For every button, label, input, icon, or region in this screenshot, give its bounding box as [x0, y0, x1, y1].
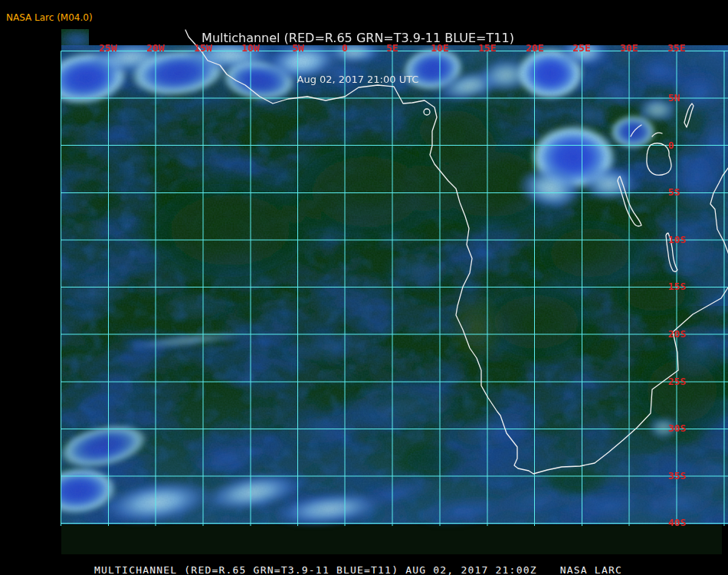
- lon-tick-label: 5E: [375, 43, 409, 53]
- lat-tick-label: 0: [668, 140, 694, 150]
- lon-tick-label: 0: [328, 43, 362, 53]
- satellite-viewer: NASA Larc (M04.0) Multichannel (RED=R.65…: [0, 0, 728, 575]
- lon-tick-label: 30E: [612, 43, 646, 53]
- footer-caption-text: MULTICHANNEL (RED=R.65 GRN=T3.9-11 BLUE=…: [94, 564, 537, 575]
- lon-tick-label: 10E: [423, 43, 457, 53]
- lat-tick-label: 5N: [668, 93, 694, 103]
- lat-tick-label: 35S: [668, 471, 694, 481]
- lat-tick-label: 20S: [668, 329, 694, 339]
- lon-tick-label: 20E: [518, 43, 552, 53]
- lat-tick-label: 15S: [668, 281, 694, 291]
- pixel-grain-overlay: [61, 29, 728, 524]
- footer-caption: MULTICHANNEL (RED=R.65 GRN=T3.9-11 BLUE=…: [94, 564, 622, 575]
- lon-tick-label: 5W: [281, 43, 315, 53]
- lon-tick-label: 25W: [91, 43, 125, 53]
- page-subtitle: Aug 02, 2017 21:00 UTC: [0, 74, 716, 85]
- lon-tick-label: 35E: [660, 43, 694, 53]
- lon-tick-label: 20W: [139, 43, 172, 53]
- lat-tick-label: 5S: [668, 187, 694, 197]
- lon-tick-label: 10W: [234, 43, 267, 53]
- lat-tick-label: 10S: [668, 235, 694, 245]
- lat-tick-label: 25S: [668, 376, 694, 386]
- lat-tick-label: 30S: [668, 423, 694, 433]
- satellite-raster-layer: [38, 28, 728, 554]
- lon-tick-label: 25E: [565, 43, 598, 53]
- footer-credit: NASA LARC: [560, 564, 622, 575]
- lat-tick-label: 40S: [668, 518, 694, 527]
- lon-tick-label: 15W: [186, 43, 220, 53]
- lon-tick-label: 15E: [471, 43, 504, 53]
